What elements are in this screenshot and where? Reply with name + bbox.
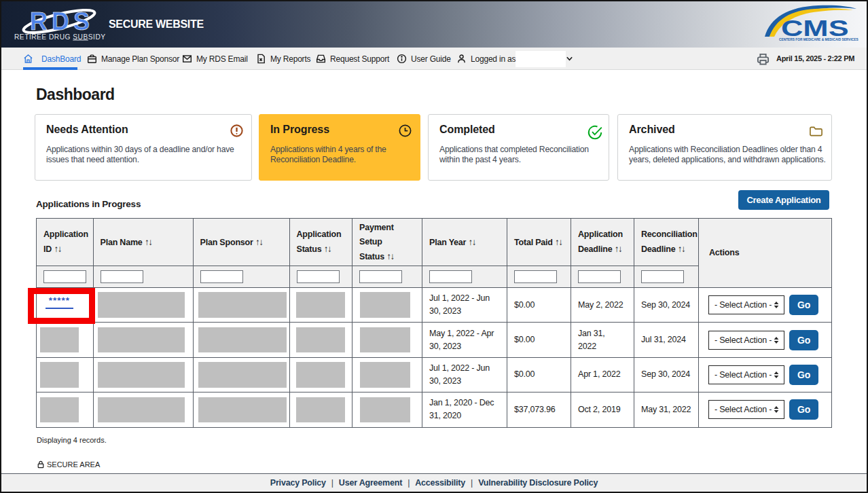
svg-text:CENTERS FOR MEDICARE & MEDICAI: CENTERS FOR MEDICARE & MEDICAID SERVICES bbox=[779, 38, 858, 41]
svg-text:CMS: CMS bbox=[781, 15, 849, 41]
svg-text:RDS: RDS bbox=[30, 7, 94, 35]
svg-text:RETIREE DRUG SUBSIDY: RETIREE DRUG SUBSIDY bbox=[14, 33, 106, 41]
